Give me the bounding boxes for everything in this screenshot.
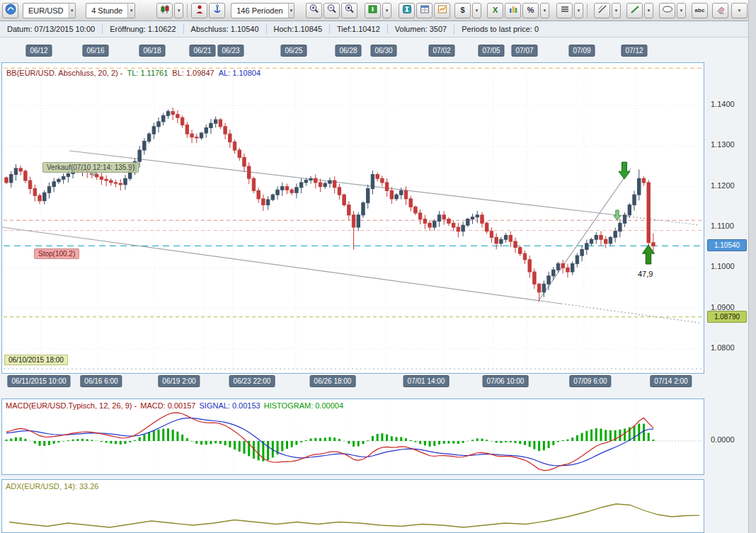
date-label: 06/28 [335,45,361,57]
text-tool-button[interactable]: abc [692,3,708,18]
zoom-out-button[interactable] [323,3,340,18]
macd-panel[interactable]: MACD(EUR/USD.Typisch, 12, 26, 9) -MACD: … [1,399,704,475]
divider [187,4,188,18]
add-study-button[interactable] [365,3,381,18]
macd-label: MACD(EUR/USD.Typisch, 12, 26, 9) -MACD: … [6,401,347,410]
price-tick: 1.1300 [711,140,735,149]
trendline-tool-button[interactable] [594,3,610,18]
draw-line-tool-button[interactable] [626,3,643,18]
date-label: 06/23 22:00 [229,375,275,387]
date-label: 07/06 10:00 [483,375,529,387]
level-price-badge: 1.08790 [707,311,747,323]
chevron-down-icon: ▼ [577,8,581,13]
macd-params-label: MACD(EUR/USD.Typisch, 12, 26, 9) - [6,401,137,410]
date-label: 06/23 [217,45,244,57]
line-list-dropdown[interactable]: ▼ [574,3,583,18]
export-excel-button[interactable]: X [487,3,503,18]
line-list-button[interactable] [556,3,573,18]
date-label: 06/26 18:00 [310,375,356,387]
more-tools-button[interactable]: ▼ [731,3,748,18]
divider [587,4,588,18]
trader-person-icon [195,4,205,17]
signal-arrow-down[interactable] [619,162,630,179]
percent-scale-button[interactable]: % [522,3,539,18]
candlestick-chart-icon [160,4,170,17]
chart-type-dropdown[interactable]: ▼ [174,3,183,18]
timeframe-value: 4 Stunde [86,6,127,15]
price-tick: 1.1000 [711,262,735,270]
signal-arrow-up[interactable] [643,245,655,264]
info-field: Volumen: 3507 [388,25,454,33]
date-label: 06/18 [139,45,165,57]
bb-bottomline-value: BL: 1.09847 [172,69,214,77]
info-field: Abschluss: 1.10540 [184,25,266,33]
price-tick: 1.0800 [711,343,735,352]
trading-chart-window: EUR/USD ▼ 4 Stunde ▼ ▼ 146 Perioden ▼ ▼ … [0,0,756,533]
date-label: 06/16 [82,45,108,57]
symbol-value: EUR/USD [23,6,69,15]
chevron-down-icon: ▼ [738,8,742,13]
macd-value: MACD: 0.00157 [140,401,195,410]
chevron-down-icon[interactable]: ▼ [288,4,294,18]
date-label: 06/16 6:00 [80,375,122,387]
price-axis[interactable]: 1.14001.13001.12001.11001.10001.09001.08… [705,62,748,533]
info-field: Periods to last price: 0 [454,25,546,33]
top-date-axis[interactable]: 06/1206/1606/1806/2106/2306/2506/2806/30… [0,37,748,62]
app-button[interactable] [2,3,18,18]
price-tick: 1.1200 [711,181,735,190]
main-chart-panel[interactable]: BB(EUR/USD. Abschluss, 20, 2) -TL: 1.117… [1,62,704,374]
symbol-select[interactable]: EUR/USD ▼ [23,3,76,18]
column-chart-icon [508,4,518,17]
adx-panel[interactable]: ADX(EUR/USD, 14): 33.26 [1,479,704,533]
ellipse-tool-button[interactable] [659,3,675,18]
price-tick: 1.1400 [711,100,735,108]
currency-dropdown[interactable]: ▼ [472,3,481,18]
date-label: 06/12 [25,45,52,57]
zoom-box-icon [344,4,355,17]
zoom-in-button[interactable] [306,3,322,18]
chart-start-date-label: 06/10/2015 18:00 [4,355,68,365]
date-label: 07/05 [478,45,504,57]
chart-type-button[interactable] [156,3,173,18]
eraser-tool-button[interactable] [712,3,728,18]
adx-label: ADX(EUR/USD, 14): 33.26 [6,482,98,491]
macd-chart-canvas[interactable] [2,399,704,474]
pivot-value-label: 47,9 [638,270,653,278]
toolbar: EUR/USD ▼ 4 Stunde ▼ ▼ 146 Perioden ▼ ▼ … [0,0,756,21]
column-chart-button[interactable] [505,3,521,18]
insert-order-button[interactable] [191,3,207,18]
indicator-button[interactable] [399,3,415,18]
date-label: 06/19 2:00 [158,375,200,387]
current-price-badge: 1.10540 [707,239,747,251]
ellipse-tool-dropdown[interactable]: ▼ [677,3,686,18]
link-chart-button[interactable] [209,3,225,18]
price-chart-canvas[interactable] [2,63,704,373]
bottom-date-axis[interactable]: 06/11/2015 10:0006/16 6:0006/19 2:0006/2… [0,374,748,389]
data-table-icon [420,4,430,17]
date-label: 06/25 [280,45,307,57]
currency-button[interactable]: $ [454,3,471,18]
timeframe-select[interactable]: 4 Stunde ▼ [86,3,135,18]
draw-line-tool-dropdown[interactable]: ▼ [644,3,653,18]
chevron-down-icon[interactable]: ▼ [127,4,134,18]
date-label: 06/30 [370,45,396,57]
stop-order-label[interactable]: Stop(100.2) [34,248,79,259]
right-scroll-strip [748,0,756,533]
chevron-down-icon[interactable]: ▼ [69,4,76,18]
periods-field[interactable]: 146 Perioden ▼ [231,3,294,18]
adx-chart-canvas[interactable] [2,480,704,532]
zoom-box-button[interactable] [341,3,357,18]
ellipse-icon [662,4,673,17]
dollar-icon: $ [461,6,465,14]
zoom-out-icon [326,4,337,17]
line-chart-button[interactable] [434,3,450,18]
add-study-dropdown[interactable]: ▼ [382,3,391,18]
sell-order-label[interactable]: Verkauf(07/10 12:14: 135.9) [42,162,139,173]
percent-icon: % [527,6,534,14]
trendline-tool-dropdown[interactable]: ▼ [612,3,621,18]
percent-scale-dropdown[interactable]: ▼ [540,3,549,18]
bb-params-label: BB(EUR/USD. Abschluss, 20, 2) - [6,69,122,77]
price-tick: 1.0900 [711,303,735,311]
bb-topline-value: TL: 1.11761 [127,69,168,77]
data-table-button[interactable] [416,3,433,18]
